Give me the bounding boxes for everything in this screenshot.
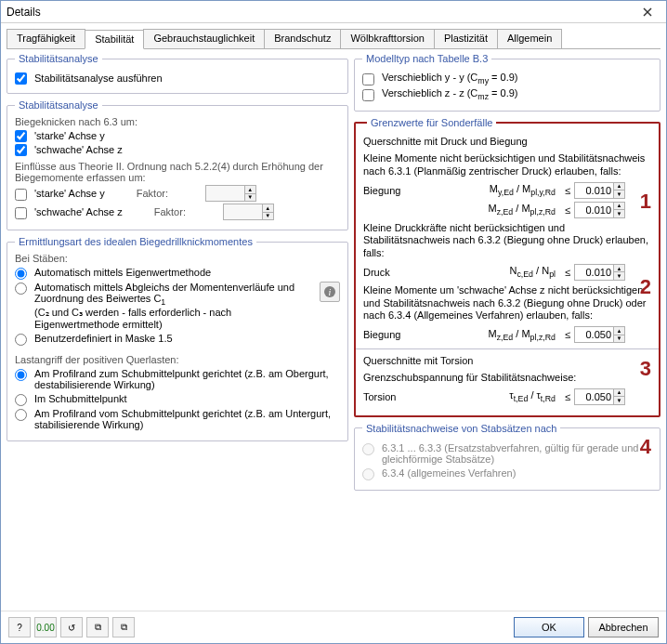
chk-verschieblich-y-label: Verschieblich y - y (Cmy = 0.9) bbox=[382, 72, 518, 85]
chk-schwache-achse-z2-label: 'schwache' Achse z bbox=[34, 206, 123, 217]
biegeknicken-heading: Biegeknicken nach 6.3 um: bbox=[15, 116, 340, 127]
chk-do-analysis[interactable] bbox=[15, 72, 27, 85]
marker-1: 1 bbox=[640, 190, 651, 214]
label-druck: Druck bbox=[363, 267, 410, 278]
marker-3: 3 bbox=[640, 357, 651, 381]
tab-allgemein[interactable]: Allgemein bbox=[497, 29, 562, 48]
group-legend: Stabilitätsnachweise von Stabsätzen nach bbox=[362, 423, 560, 434]
opt-auto-abgleich[interactable] bbox=[15, 283, 27, 295]
group-legend: Ermittlungsart des idealen Biegedrillkni… bbox=[15, 236, 256, 247]
opt-profil-vom-label: Am Profilrand vom Schubmittelpunkt geric… bbox=[34, 408, 340, 430]
chk-starke-achse-y2-label: 'starke' Achse y bbox=[34, 188, 105, 199]
opt-6-3-1 bbox=[362, 443, 374, 455]
ok-button[interactable]: OK bbox=[514, 617, 584, 637]
opt-schubmittel-label: Im Schubmittelpunkt bbox=[34, 393, 340, 404]
lastangriff-heading: Lastangriff der positiven Querlasten: bbox=[15, 354, 340, 365]
grenz-para-1: Kleine Momente nicht berücksichtigen und… bbox=[363, 152, 651, 178]
rel-le: ≤ bbox=[561, 185, 574, 196]
group-legend: Grenzwerte für Sonderfälle bbox=[367, 117, 496, 128]
chk-starke-achse-y2[interactable] bbox=[15, 189, 27, 201]
opt-auto-eigen-label: Automatisch mittels Eigenwertmethode bbox=[34, 267, 340, 278]
tool-db1-icon[interactable]: ⧉ bbox=[86, 617, 109, 637]
factor-z-spinner[interactable]: ▲▼ bbox=[223, 204, 274, 220]
tab-plastizitaet[interactable]: Plastizität bbox=[434, 29, 498, 48]
group-legend: Stabilitätsanalyse bbox=[15, 99, 102, 111]
tab-stabilitaet[interactable]: Stabilität bbox=[85, 30, 144, 49]
chk-do-analysis-label: Stabilitätsanalyse ausführen bbox=[34, 72, 163, 84]
tool-units-icon[interactable]: 0.00 bbox=[34, 617, 57, 637]
tool-help-icon[interactable]: ? bbox=[8, 617, 31, 637]
tab-brandschutz[interactable]: Brandschutz bbox=[264, 29, 341, 48]
group-stabilitaetsanalyse-axes: Stabilitätsanalyse Biegeknicken nach 6.3… bbox=[7, 99, 348, 230]
info-icon[interactable]: i bbox=[320, 282, 340, 302]
tab-tragfaehigkeit[interactable]: Tragfähigkeit bbox=[7, 29, 85, 48]
opt-userdef[interactable] bbox=[15, 334, 27, 346]
chk-schwache-achse-z2[interactable] bbox=[15, 207, 27, 219]
bei-staeben-heading: Bei Stäben: bbox=[15, 253, 340, 264]
chk-verschieblich-y[interactable] bbox=[362, 73, 374, 85]
tool-reset-icon[interactable]: ↺ bbox=[60, 617, 83, 637]
tab-woelbkrafttorsion[interactable]: Wölbkrafttorsion bbox=[340, 29, 434, 48]
group-ermittlungsart: Ermittlungsart des idealen Biegedrillkni… bbox=[7, 236, 348, 441]
chk-schwache-achse-z-label: 'schwache' Achse z bbox=[34, 144, 123, 155]
factor-label-y: Faktor: bbox=[137, 188, 202, 199]
chk-verschieblich-z-label: Verschieblich z - z (Cmz = 0.9) bbox=[382, 87, 518, 101]
chk-starke-achse-y-label: 'starke' Achse y bbox=[34, 130, 105, 141]
chk-schwache-achse-z[interactable] bbox=[15, 144, 27, 156]
label-biegung-2: Biegung bbox=[363, 329, 410, 340]
qs-torsion-heading: Querschnitte mit Torsion bbox=[363, 355, 651, 368]
rel-le: ≤ bbox=[561, 391, 574, 402]
formula-mzed2: Mz,Ed / Mpl,z,Rd bbox=[410, 328, 561, 342]
window-title: Details bbox=[7, 6, 634, 19]
close-button[interactable] bbox=[634, 4, 660, 20]
marker-2: 2 bbox=[640, 275, 651, 299]
chk-starke-achse-y[interactable] bbox=[15, 130, 27, 142]
rel-le: ≤ bbox=[561, 204, 574, 216]
opt-schubmittel[interactable] bbox=[15, 394, 27, 406]
grenz-para-4: Grenzschubspannung für Stabilitätsnachwe… bbox=[363, 372, 651, 385]
opt-auto-abgleich-label: Automatisch mittels Abgleichs der Moment… bbox=[34, 282, 316, 330]
opt-6-3-4-label: 6.3.4 (allgemeines Verfahren) bbox=[382, 467, 652, 479]
spinner-mzed2[interactable]: 0.050▲▼ bbox=[574, 326, 625, 343]
marker-4: 4 bbox=[640, 435, 651, 459]
chk-verschieblich-z[interactable] bbox=[362, 89, 374, 101]
opt-profil-vom[interactable] bbox=[15, 409, 27, 421]
opt-userdef-label: Benutzerdefiniert in Maske 1.5 bbox=[34, 333, 340, 344]
grenz-para-2: Kleine Druckkräfte nicht berücksichtigen… bbox=[363, 222, 651, 260]
svg-text:i: i bbox=[329, 287, 332, 297]
label-biegung-1: Biegung bbox=[363, 185, 410, 196]
rel-le: ≤ bbox=[561, 329, 574, 340]
group-modelltyp: Modelltyp nach Tabelle B.3 Verschieblich… bbox=[354, 53, 660, 112]
opt-profil-zum[interactable] bbox=[15, 369, 27, 381]
spinner-myed[interactable]: 0.010▲▼ bbox=[574, 182, 625, 199]
group-stabilitaetsnachweise-stabsaetze: Stabilitätsnachweise von Stabsätzen nach… bbox=[354, 423, 660, 491]
opt-6-3-1-label: 6.3.1 ... 6.3.3 (Ersatzstabverfahren, gü… bbox=[382, 442, 652, 465]
tool-db2-icon[interactable]: ⧉ bbox=[112, 617, 135, 637]
cancel-button[interactable]: Abbrechen bbox=[588, 617, 659, 637]
opt-auto-eigen[interactable] bbox=[15, 268, 27, 280]
group-legend: Modelltyp nach Tabelle B.3 bbox=[362, 53, 491, 64]
group-grenzwerte: Grenzwerte für Sonderfälle Querschnitte … bbox=[354, 117, 660, 416]
group-legend: Stabilitätsanalyse bbox=[15, 53, 102, 64]
tab-bar: Tragfähigkeit Stabilität Gebrauchstaugli… bbox=[7, 29, 660, 49]
spinner-nced[interactable]: 0.010▲▼ bbox=[574, 264, 625, 281]
qs-druck-biegung-heading: Querschnitte mit Druck und Biegung bbox=[363, 136, 651, 149]
opt-6-3-4 bbox=[362, 468, 374, 480]
group-stabilitaetsanalyse-run: Stabilitätsanalyse Stabilitätsanalyse au… bbox=[7, 53, 348, 94]
tab-gebrauchstauglichkeit[interactable]: Gebrauchstauglichkeit bbox=[143, 29, 265, 48]
grenz-para-3: Kleine Momente um 'schwache' Achse z nic… bbox=[363, 284, 651, 322]
spinner-mzed[interactable]: 0.010▲▼ bbox=[574, 202, 625, 218]
formula-myed: My,Ed / Mpl,y,Rd bbox=[410, 183, 561, 197]
opt-profil-zum-label: Am Profilrand zum Schubmittelpunkt geric… bbox=[34, 368, 340, 390]
factor-label-z: Faktor: bbox=[154, 206, 219, 217]
einfluss-heading: Einflüsse aus Theorie II. Ordnung nach 5… bbox=[15, 161, 340, 183]
spinner-torsion[interactable]: 0.050▲▼ bbox=[574, 388, 625, 405]
formula-mzed: Mz,Ed / Mpl,z,Rd bbox=[410, 203, 561, 217]
formula-nced: Nc,Ed / Npl bbox=[410, 265, 561, 279]
formula-torsion: τt,Ed / τt,Rd bbox=[410, 389, 561, 403]
factor-y-spinner[interactable]: ▲▼ bbox=[205, 185, 256, 202]
rel-le: ≤ bbox=[561, 267, 574, 278]
label-torsion: Torsion bbox=[363, 391, 410, 402]
